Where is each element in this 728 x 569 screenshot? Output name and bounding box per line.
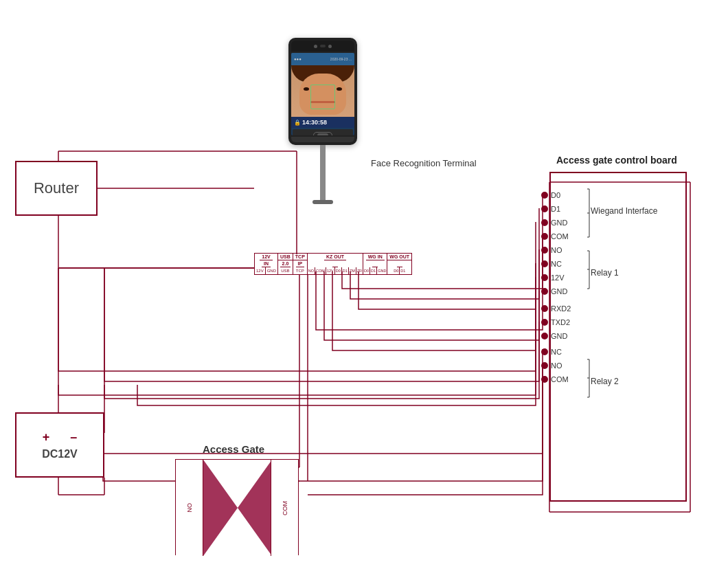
- pin-no2: NO: [541, 361, 562, 370]
- pin-nc2: NC: [541, 348, 562, 356]
- relay2-label: Relay 2: [591, 377, 619, 386]
- terminal-label: Face Recognition Terminal: [371, 158, 477, 168]
- connector-strip: 12V IN 12V GND USB 2.0 USB TCP IP TCP KZ…: [254, 253, 412, 275]
- router-box: Router: [15, 161, 98, 216]
- pin-com2: COM: [541, 375, 569, 383]
- pin-no1: NO: [541, 246, 562, 254]
- pin-gnd3: GND: [541, 332, 567, 340]
- control-board: [549, 172, 687, 502]
- pin-rxd2: RXD2: [541, 304, 571, 313]
- wiegand-interface-label: Wiegand Interface: [591, 206, 657, 216]
- access-gate-drawing: NO COM: [175, 459, 299, 555]
- battery-minus: –: [70, 430, 77, 445]
- pin-d0: D0: [541, 191, 560, 199]
- battery-box: + – DC12V: [15, 412, 104, 478]
- diagram-container: .wire { stroke: #800020; stroke-width: 1…: [0, 0, 728, 569]
- pin-gnd2: GND: [541, 287, 567, 295]
- svg-marker-33: [238, 460, 272, 556]
- battery-label: DC12V: [42, 448, 78, 460]
- svg-marker-32: [203, 460, 238, 556]
- pin-d1: D1: [541, 205, 560, 213]
- router-label: Router: [34, 179, 79, 197]
- terminal-time: 14:30:58: [302, 119, 327, 126]
- control-board-title: Access gate control board: [556, 155, 677, 166]
- pin-nc1: NC: [541, 260, 562, 268]
- pin-12v: 12V: [541, 274, 565, 282]
- terminal-device: ●●● 2020-09-23 ... 🔒 14:30:58: [282, 38, 364, 204]
- battery-plus: +: [43, 430, 50, 445]
- pin-com1: COM: [541, 232, 569, 241]
- relay1-label: Relay 1: [591, 268, 619, 278]
- pin-txd2: TXD2: [541, 318, 570, 326]
- access-gate-label: Access Gate: [203, 443, 264, 455]
- pin-gnd1: GND: [541, 219, 567, 227]
